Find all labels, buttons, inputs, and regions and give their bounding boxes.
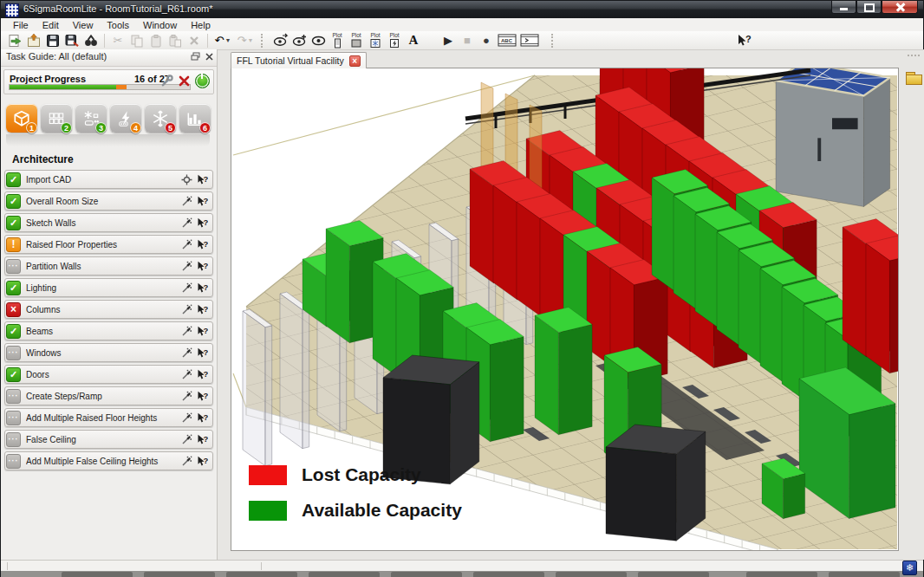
step-results[interactable]: 6 — [179, 104, 211, 133]
power-run-icon[interactable] — [195, 74, 210, 88]
view-add-button[interactable] — [290, 32, 309, 49]
plot-floor-button[interactable]: Plot — [347, 31, 366, 49]
task-help-button[interactable]: ? — [194, 412, 209, 424]
view-rotate-button[interactable] — [270, 32, 290, 49]
3d-canvas[interactable]: Lost Capacity Available Capacity — [231, 68, 899, 551]
task-action-button[interactable] — [179, 261, 194, 272]
step-architecture[interactable]: 1 — [6, 104, 37, 133]
task-label: Doors — [26, 370, 179, 379]
import-room-button[interactable] — [5, 32, 24, 49]
paste-special-button[interactable] — [166, 32, 185, 49]
task-action-button[interactable] — [179, 304, 194, 315]
menu-window[interactable]: Window — [136, 20, 184, 30]
task-action-button[interactable] — [179, 412, 194, 424]
help-cursor-icon: ? — [196, 347, 208, 359]
save-button[interactable] — [43, 32, 62, 49]
menu-view[interactable]: View — [66, 20, 101, 30]
task-item-lighting[interactable]: ✓Lighting? — [4, 278, 213, 297]
menu-tools[interactable]: Tools — [100, 20, 136, 30]
menu-file[interactable]: File — [6, 20, 36, 30]
undo-button[interactable]: ↶▼ — [211, 32, 234, 49]
task-action-button[interactable] — [179, 196, 194, 207]
redo-button[interactable]: ↷▼ — [234, 32, 257, 49]
close-button[interactable] — [882, 1, 918, 14]
record-button[interactable]: ● — [477, 32, 496, 49]
view-button[interactable] — [309, 32, 328, 49]
task-action-button[interactable] — [179, 239, 194, 250]
plot-rack-button[interactable]: Plot — [328, 31, 347, 49]
task-item-false-ceiling[interactable]: ···False Ceiling? — [4, 430, 213, 449]
video-captions-button[interactable]: ABC — [496, 32, 518, 49]
task-action-button[interactable] — [179, 391, 194, 402]
step-cooling[interactable]: 5 — [145, 104, 176, 133]
settings-wrench-icon[interactable] — [160, 75, 173, 88]
text-tool-button[interactable]: A — [404, 32, 423, 49]
task-item-add-multiple-false-ceiling-heights[interactable]: ···Add Multiple False Ceiling Heights? — [4, 451, 213, 470]
open-folder-button[interactable] — [905, 70, 922, 85]
task-help-button[interactable]: ? — [194, 369, 209, 380]
video-script-button[interactable] — [518, 32, 541, 49]
cancel-x-icon[interactable] — [179, 75, 190, 87]
task-help-button[interactable]: ? — [194, 391, 209, 402]
app-tray-icon[interactable] — [902, 561, 917, 575]
task-item-sketch-walls[interactable]: ✓Sketch Walls? — [4, 213, 213, 232]
task-item-beams[interactable]: ✓Beams? — [4, 321, 213, 340]
task-action-button[interactable] — [179, 282, 194, 294]
svg-text:?: ? — [203, 412, 207, 422]
task-item-windows[interactable]: ···Windows? — [4, 343, 213, 362]
task-item-import-cad[interactable]: ✓Import CAD? — [4, 170, 213, 189]
maximize-button[interactable] — [856, 1, 882, 14]
task-help-button[interactable]: ? — [194, 174, 209, 185]
step-cabinets[interactable]: 2 — [41, 104, 72, 133]
find-button[interactable] — [81, 32, 101, 49]
task-help-button[interactable]: ? — [194, 304, 209, 315]
task-action-button[interactable] — [179, 347, 194, 359]
task-item-add-multiple-raised-floor-heights[interactable]: ···Add Multiple Raised Floor Heights? — [4, 408, 213, 427]
paste-button[interactable] — [146, 32, 166, 49]
task-action-button[interactable] — [179, 434, 194, 445]
task-action-button[interactable] — [179, 217, 194, 229]
task-action-button[interactable] — [179, 456, 194, 467]
tab-close-icon[interactable]: × — [349, 55, 361, 67]
publish-model-button[interactable] — [24, 32, 43, 49]
play-button[interactable]: ▶ — [439, 32, 458, 49]
task-item-overall-room-size[interactable]: ✓Overall Room Size? — [4, 191, 213, 211]
task-help-button[interactable]: ? — [194, 239, 209, 250]
stop-button[interactable]: ■ — [458, 32, 477, 49]
task-help-button[interactable]: ? — [194, 456, 209, 467]
step-power[interactable]: 4 — [110, 104, 141, 133]
task-help-button[interactable]: ? — [194, 347, 209, 359]
task-action-button[interactable] — [179, 369, 194, 380]
task-item-partition-walls[interactable]: ···Partition Walls? — [4, 256, 213, 276]
task-item-doors[interactable]: ✓Doors? — [4, 365, 213, 384]
task-help-button[interactable]: ? — [194, 434, 209, 445]
task-help-button[interactable]: ? — [194, 196, 209, 207]
task-item-columns[interactable]: ×Columns? — [4, 300, 213, 319]
title-bar[interactable]: 6SigmaRoomLite - RoomTutorial_R61.room* — [1, 1, 923, 18]
task-item-raised-floor-properties[interactable]: !Raised Floor Properties? — [4, 235, 213, 254]
save-as-button[interactable] — [62, 32, 81, 49]
step-badge: 3 — [95, 122, 107, 133]
task-item-create-steps-ramp[interactable]: ···Create Steps/Ramp? — [4, 386, 213, 405]
task-help-button[interactable]: ? — [194, 326, 209, 337]
close-panel-icon[interactable] — [205, 53, 213, 61]
cut-button[interactable]: ✂ — [108, 32, 127, 49]
copy-button[interactable] — [127, 32, 146, 49]
plot-power-button[interactable]: Plot — [385, 31, 404, 49]
minimize-button[interactable] — [831, 1, 856, 14]
svg-text:?: ? — [203, 217, 207, 227]
whats-this-button[interactable]: ? — [734, 32, 753, 49]
task-action-button[interactable] — [179, 326, 194, 337]
delete-button[interactable] — [185, 32, 204, 49]
task-action-button[interactable] — [179, 174, 194, 185]
side-toolbar-handle[interactable] — [908, 55, 920, 60]
float-panel-icon[interactable] — [191, 52, 200, 61]
menu-edit[interactable]: Edit — [36, 20, 66, 30]
task-help-button[interactable]: ? — [194, 217, 209, 229]
plot-cooling-button[interactable]: Plot — [366, 31, 385, 49]
task-help-button[interactable]: ? — [194, 261, 209, 272]
step-cooling-objects[interactable]: 3 — [75, 104, 107, 133]
task-help-button[interactable]: ? — [194, 282, 209, 294]
menu-help[interactable]: Help — [184, 20, 218, 30]
tab-ffl-tutorial[interactable]: FFL Tutorial Virtual Facility × — [231, 52, 367, 68]
